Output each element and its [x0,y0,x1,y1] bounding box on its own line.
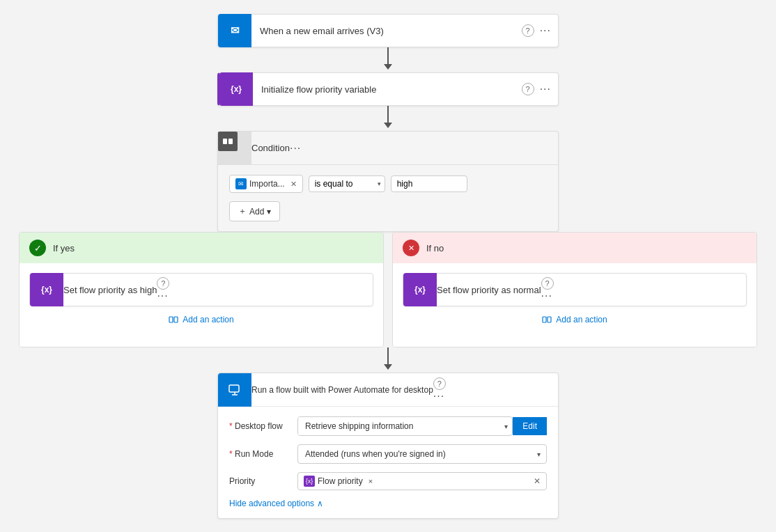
hide-advanced-chevron-icon: ∧ [317,499,323,508]
set-normal-card: {x} Set flow priority as normal ? ··· [403,273,747,306]
set-normal-title: Set flow priority as normal [437,285,541,295]
run-mode-label: * Run Mode [229,449,292,459]
condition-title: Condition [251,143,290,153]
condition-icon [218,132,251,165]
condition-add-button[interactable]: ＋ Add ▾ [229,201,280,221]
priority-field: Priority {x} Flow priority × ✕ [229,472,547,490]
condition-row: ✉ Importa... ✕ is equal to is not equal … [229,175,547,193]
init-variable-title: Initialize flow priority variable [253,84,522,95]
email-trigger-actions: ? ··· [522,24,558,37]
priority-clear-icon[interactable]: ✕ [534,476,541,486]
desktop-flow-body: * Desktop flow Retrieve shipping informa… [218,407,558,518]
desktop-flow-header: Run a flow built with Power Automate for… [218,373,558,407]
condition-actions: ··· [290,142,301,155]
yes-branch-body: {x} Set flow priority as high ? ··· Add … [20,263,383,347]
no-add-action-button[interactable]: Add an action [403,315,747,324]
email-more-icon[interactable]: ··· [540,24,551,37]
arrow-head-1 [384,64,392,70]
priority-input-wrapper: {x} Flow priority × ✕ [297,472,547,490]
condition-value-input[interactable] [391,175,467,192]
svg-rect-0 [223,139,227,144]
svg-rect-1 [228,139,233,144]
chip-close-icon[interactable]: ✕ [290,180,297,189]
arrow-2 [384,106,392,131]
run-mode-field: * Run Mode Attended (runs when you're si… [229,444,547,464]
desktop-flow-more-icon[interactable]: ··· [433,390,446,402]
desktop-flow-field: * Desktop flow Retrieve shipping informa… [229,416,547,436]
arrow-1 [384,47,392,72]
add-chevron-icon: ▾ [267,207,271,217]
desktop-flow-select-value[interactable]: Retrieve shipping information [298,417,500,435]
run-mode-value[interactable]: Attended (runs when you're signed in) [298,445,531,463]
desktop-flow-help-icon[interactable]: ? [433,377,446,390]
priority-chip-label: Flow priority [318,476,363,486]
set-normal-icon: {x} [403,273,437,306]
condition-operator-wrapper: is equal to is not equal to contains ▾ [309,175,385,192]
svg-rect-5 [548,317,551,322]
hide-advanced-label: Hide advanced options [229,499,314,508]
desktop-flow-dropdown-icon[interactable]: ▾ [500,418,512,435]
add-action-icon-yes [169,315,178,324]
desktop-flow-header-actions: ? ··· [433,377,446,402]
outlook-icon: ✉ [225,21,245,40]
desktop-flow-label: * Desktop flow [229,421,292,431]
email-trigger-title: When a new email arrives (V3) [251,26,522,36]
priority-variable-icon: {x} [304,476,315,487]
hide-advanced-button[interactable]: Hide advanced options ∧ [229,499,547,508]
svg-rect-4 [543,317,546,322]
condition-card: Condition ··· ✉ Importa... ✕ is equal to… [217,131,559,232]
yes-branch: ✓ If yes {x} Set flow priority as high ?… [19,232,384,347]
yes-branch-header: ✓ If yes [20,233,383,263]
yes-add-action-label: Add an action [183,315,233,324]
arrow-line-1 [387,47,389,64]
set-high-icon: {x} [30,273,63,306]
set-high-help-icon[interactable]: ? [157,277,169,290]
email-trigger-icon: ✉ [218,14,251,47]
desktop-flow-edit-button[interactable]: Edit [513,417,547,435]
split-container: ✓ If yes {x} Set flow priority as high ?… [19,232,757,347]
run-mode-select-wrapper: Attended (runs when you're signed in) ▾ [297,444,547,464]
svg-rect-3 [174,317,178,322]
arrow-line-2 [387,106,389,123]
no-branch-body: {x} Set flow priority as normal ? ··· Ad… [393,263,756,347]
yes-branch-label: If yes [53,243,75,253]
condition-add-row: ＋ Add ▾ [229,201,547,221]
chip-outlook-icon: ✉ [235,178,247,189]
yes-check-icon: ✓ [29,240,46,256]
set-high-actions: ? ··· [157,277,169,302]
email-trigger-card: ✉ When a new email arrives (V3) ? ··· [217,14,559,47]
init-variable-card: {x} Initialize flow priority variable ? … [217,72,559,106]
add-label: Add [249,207,264,217]
no-add-action-label: Add an action [556,315,607,324]
set-normal-actions: ? ··· [541,277,554,302]
arrow-head-3 [384,364,392,370]
desktop-flow-title: Run a flow built with Power Automate for… [251,385,433,395]
arrow-head-2 [384,123,392,128]
condition-more-icon[interactable]: ··· [290,142,301,155]
set-high-title: Set flow priority as high [63,285,157,295]
condition-header: Condition ··· [218,132,558,165]
set-normal-help-icon[interactable]: ? [541,277,554,290]
priority-chip: {x} Flow priority × ✕ [297,472,547,490]
desktop-flow-card: Run a flow built with Power Automate for… [217,373,559,519]
condition-operator-select[interactable]: is equal to is not equal to contains [309,175,385,192]
init-variable-help-icon[interactable]: ? [522,83,534,95]
add-plus-icon: ＋ [238,205,247,217]
condition-icon-box [218,132,238,151]
arrow-line-3 [387,347,389,364]
condition-chip[interactable]: ✉ Importa... ✕ [229,175,303,193]
email-help-icon[interactable]: ? [522,24,534,37]
desktop-flow-icon-wrapper [218,373,251,407]
variable-icon-high: {x} [37,280,56,299]
chip-label: Importa... [249,179,285,189]
no-branch: ✕ If no {x} Set flow priority as normal … [392,232,757,347]
yes-add-action-button[interactable]: Add an action [29,315,373,324]
set-high-more-icon[interactable]: ··· [157,290,169,302]
run-mode-chevron-icon[interactable]: ▾ [531,446,546,462]
arrow-3 [384,347,392,373]
no-x-icon: ✕ [403,240,419,256]
svg-rect-6 [229,385,239,392]
set-high-card: {x} Set flow priority as high ? ··· [29,273,373,306]
init-variable-more-icon[interactable]: ··· [540,83,551,95]
set-normal-more-icon[interactable]: ··· [541,290,554,302]
